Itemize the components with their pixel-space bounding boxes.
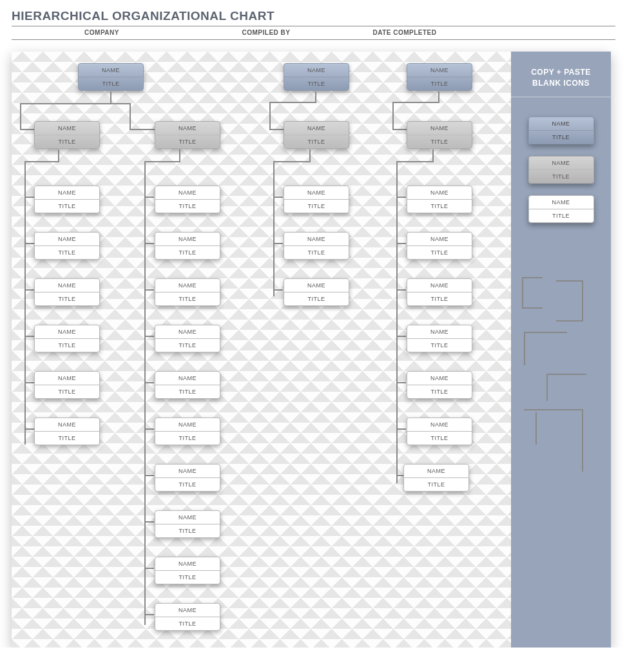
blank-icons-panel: COPY + PASTEBLANK ICONS NAMETITLE NAMETI… — [511, 52, 611, 648]
org-leaf[interactable]: NAMETITLE — [34, 278, 100, 306]
org-leaf[interactable]: NAMETITLE — [155, 186, 220, 213]
connector-shape[interactable] — [556, 280, 583, 322]
connector — [20, 129, 35, 130]
connector — [144, 161, 146, 625]
connector — [396, 289, 406, 291]
meta-company: COMPANY — [12, 26, 192, 39]
org-leaf[interactable]: NAMETITLE — [403, 464, 469, 492]
connector — [392, 102, 394, 130]
page-title: HIERARCHICAL ORGANIZATIONAL CHART — [0, 0, 627, 26]
connector — [396, 197, 406, 198]
connector — [130, 103, 131, 129]
connector — [144, 289, 154, 291]
divider — [511, 97, 611, 97]
connector — [144, 568, 154, 569]
connector — [144, 614, 154, 615]
org-leaf[interactable]: NAMETITLE — [407, 186, 472, 213]
org-box[interactable]: NAMETITLE — [34, 121, 100, 149]
connector — [144, 336, 154, 337]
org-leaf[interactable]: NAMETITLE — [407, 278, 472, 306]
org-leaf[interactable]: NAMETITLE — [155, 510, 220, 538]
connector — [396, 336, 406, 337]
connector-shape[interactable] — [546, 374, 586, 401]
connector — [396, 161, 398, 483]
connector — [438, 91, 439, 102]
connector — [144, 382, 154, 383]
connector — [144, 475, 154, 476]
connector-shape[interactable] — [535, 412, 537, 445]
connector — [396, 243, 406, 244]
connector — [24, 428, 34, 430]
org-leaf[interactable]: NAMETITLE — [155, 278, 220, 306]
connector — [130, 129, 155, 130]
chart-canvas[interactable]: NAMETITLE NAMETITLE NAMETITLE NAMETITLE … — [12, 52, 611, 648]
connector — [396, 428, 406, 430]
connector — [144, 161, 180, 162]
org-leaf[interactable]: NAMETITLE — [34, 232, 100, 260]
meta-row: COMPANY COMPILED BY DATE COMPLETED — [12, 26, 615, 40]
connector — [396, 382, 406, 383]
meta-compiled: COMPILED BY — [192, 26, 340, 39]
blank-icon-style2[interactable]: NAMETITLE — [528, 156, 594, 184]
connector — [392, 102, 439, 103]
connector — [309, 149, 311, 162]
connector — [24, 161, 26, 445]
blank-icon-style1[interactable]: NAMETITLE — [528, 117, 594, 144]
connector — [24, 289, 34, 291]
connector-shape[interactable] — [524, 409, 583, 472]
org-leaf[interactable]: NAMETITLE — [155, 232, 220, 260]
connector — [24, 336, 34, 337]
org-leaf[interactable]: NAMETITLE — [155, 371, 220, 399]
connector — [269, 102, 271, 130]
org-leaf[interactable]: NAMETITLE — [34, 325, 100, 352]
org-leaf[interactable]: NAMETITLE — [407, 325, 472, 352]
org-box[interactable]: NAMETITLE — [284, 121, 349, 149]
connector — [20, 103, 131, 104]
connector-shape[interactable] — [524, 332, 567, 365]
connector — [144, 428, 154, 430]
org-leaf[interactable]: NAMETITLE — [155, 464, 220, 492]
org-leaf[interactable]: NAMETITLE — [407, 418, 472, 445]
org-leaf[interactable]: NAMETITLE — [284, 186, 349, 213]
connector — [24, 161, 59, 162]
org-leaf[interactable]: NAMETITLE — [155, 418, 220, 445]
connector — [58, 149, 59, 162]
org-leaf[interactable]: NAMETITLE — [407, 371, 472, 399]
connector — [269, 102, 316, 103]
panel-title: COPY + PASTEBLANK ICONS — [511, 52, 611, 97]
connector — [432, 149, 434, 162]
blank-icon-style3[interactable]: NAMETITLE — [528, 195, 594, 223]
org-leaf[interactable]: NAMETITLE — [34, 186, 100, 213]
connector — [396, 161, 434, 162]
org-box-top[interactable]: NAMETITLE — [407, 63, 472, 91]
connector — [273, 197, 283, 198]
org-box[interactable]: NAMETITLE — [407, 121, 472, 149]
org-leaf[interactable]: NAMETITLE — [155, 603, 220, 631]
connector — [269, 129, 284, 130]
connector — [273, 243, 283, 244]
connector — [273, 161, 311, 162]
org-leaf[interactable]: NAMETITLE — [284, 278, 349, 306]
connector — [144, 521, 154, 523]
connector — [179, 149, 180, 162]
org-leaf[interactable]: NAMETITLE — [407, 232, 472, 260]
org-box[interactable]: NAMETITLE — [155, 121, 220, 149]
connector — [24, 243, 34, 244]
org-leaf[interactable]: NAMETITLE — [284, 232, 349, 260]
org-box-top[interactable]: NAMETITLE — [78, 63, 144, 91]
org-leaf[interactable]: NAMETITLE — [155, 325, 220, 352]
org-box-top[interactable]: NAMETITLE — [284, 63, 349, 91]
connector — [24, 382, 34, 383]
connector — [110, 91, 111, 103]
org-leaf[interactable]: NAMETITLE — [155, 557, 220, 584]
connector — [273, 289, 283, 291]
connector — [24, 197, 34, 198]
connector — [315, 91, 316, 102]
org-leaf[interactable]: NAMETITLE — [34, 371, 100, 399]
connector — [273, 161, 275, 296]
connector — [144, 197, 154, 198]
meta-completed: DATE COMPLETED — [340, 26, 469, 39]
org-leaf[interactable]: NAMETITLE — [34, 418, 100, 445]
connector — [20, 103, 21, 129]
connector-shape[interactable] — [522, 277, 543, 309]
